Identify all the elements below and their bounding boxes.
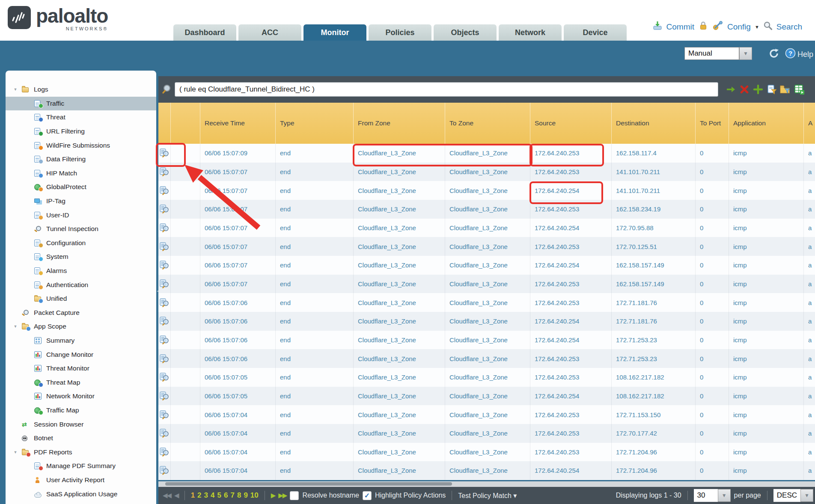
- clear-filter-icon[interactable]: [738, 83, 750, 95]
- page-number-4[interactable]: 4: [211, 491, 214, 500]
- help-label[interactable]: Help: [797, 50, 813, 59]
- sidebar-item-configuration[interactable]: ▼ Configuration: [6, 236, 156, 250]
- refresh-icon[interactable]: [768, 48, 779, 61]
- sidebar-item-user-id[interactable]: ▼ User-ID: [6, 208, 156, 222]
- page-number-5[interactable]: 5: [217, 491, 221, 500]
- sort-order-dropdown-button[interactable]: ▼: [800, 489, 813, 502]
- sidebar-item-traffic-map[interactable]: ▼ Traffic Map: [6, 403, 156, 418]
- sidebar-item-url-filtering[interactable]: ▼ URL Filtering: [6, 125, 156, 139]
- page-number-8[interactable]: 8: [237, 491, 241, 500]
- config-button[interactable]: Config: [727, 22, 751, 32]
- page-number-3[interactable]: 3: [204, 491, 208, 500]
- per-page-select[interactable]: 30 ▼: [694, 489, 731, 502]
- refresh-mode-select[interactable]: Manual ▼: [684, 47, 752, 60]
- log-detail-icon[interactable]: [160, 335, 170, 344]
- sidebar-item-traffic[interactable]: ▼ Traffic: [6, 97, 156, 111]
- save-filter-icon[interactable]: [766, 83, 777, 95]
- horizontal-scrollbar-thumb[interactable]: [165, 482, 452, 486]
- expand-triangle-icon[interactable]: ▼: [12, 87, 18, 92]
- sidebar-item-system[interactable]: ▼ System: [6, 250, 156, 264]
- column-header-source[interactable]: Source: [530, 103, 612, 144]
- export-icon[interactable]: [793, 83, 805, 95]
- column-header-type[interactable]: Type: [276, 103, 354, 144]
- sidebar-item-session-browser[interactable]: ▼ ⇄ Session Browser: [6, 417, 156, 431]
- sidebar-item-tunnel-inspection[interactable]: ▼ Tunnel Inspection: [6, 222, 156, 236]
- log-detail-icon[interactable]: [160, 279, 170, 288]
- config-caret-icon[interactable]: ▼: [755, 24, 759, 30]
- column-header-1[interactable]: [171, 103, 200, 144]
- sidebar-item-ip-tag[interactable]: ▼ IP-Tag: [6, 194, 156, 208]
- expand-triangle-icon[interactable]: ▼: [12, 450, 18, 454]
- apply-filter-icon[interactable]: [725, 83, 736, 95]
- lock-icon[interactable]: [698, 21, 708, 33]
- sidebar-item-app-scope[interactable]: ▼ App Scope: [6, 320, 156, 334]
- column-header-destination[interactable]: Destination: [612, 103, 696, 144]
- tab-acc[interactable]: ACC: [238, 24, 301, 41]
- commit-button[interactable]: Commit: [666, 22, 694, 32]
- log-detail-icon[interactable]: [160, 391, 170, 400]
- sidebar-item-summary[interactable]: ▼ Summary: [6, 334, 156, 348]
- sidebar-item-packet-capture[interactable]: ▼ Packet Capture: [6, 306, 156, 320]
- sidebar-item-saas-application-usage[interactable]: ▼ SaaS Application Usage: [6, 487, 156, 501]
- sidebar-item-alarms[interactable]: ▼ Alarms: [6, 264, 156, 278]
- sidebar-item-manage-pdf-summary[interactable]: ▼ Manage PDF Summary: [6, 459, 156, 473]
- log-detail-icon[interactable]: [160, 354, 170, 363]
- log-detail-icon[interactable]: [160, 298, 170, 307]
- sidebar-item-network-monitor[interactable]: ▼ Network Monitor: [6, 389, 156, 403]
- log-detail-icon[interactable]: [160, 429, 170, 438]
- column-header-receive-time[interactable]: Receive Time: [200, 103, 276, 144]
- help-icon[interactable]: ?: [785, 48, 796, 61]
- log-detail-icon[interactable]: [160, 448, 170, 457]
- sidebar-item-wildfire-submissions[interactable]: ▼ WildFire Submissions: [6, 138, 156, 152]
- log-detail-icon[interactable]: [160, 261, 170, 270]
- sidebar-item-threat-monitor[interactable]: ▼ Threat Monitor: [6, 362, 156, 376]
- column-header-from-zone[interactable]: From Zone: [354, 103, 445, 144]
- column-header-to-port[interactable]: To Port: [696, 103, 729, 144]
- sidebar-item-logs[interactable]: ▼ Logs: [6, 83, 156, 97]
- page-number-9[interactable]: 9: [244, 491, 247, 500]
- log-detail-icon[interactable]: [160, 148, 170, 157]
- log-detail-icon[interactable]: [160, 167, 170, 176]
- sidebar-item-threat-map[interactable]: ▼ Threat Map: [6, 375, 156, 389]
- search-button[interactable]: Search: [776, 22, 802, 32]
- page-number-1[interactable]: 1: [191, 491, 195, 500]
- expand-triangle-icon[interactable]: ▼: [12, 324, 18, 329]
- column-header-0[interactable]: [158, 103, 171, 144]
- sidebar-item-user-activity-report[interactable]: ▼ User Activity Report: [6, 473, 156, 487]
- refresh-mode-dropdown-button[interactable]: ▼: [739, 47, 752, 60]
- log-detail-icon[interactable]: [160, 223, 170, 232]
- sidebar-item-authentication[interactable]: ▼ Authentication: [6, 278, 156, 292]
- page-number-6[interactable]: 6: [224, 491, 228, 500]
- tab-network[interactable]: Network: [499, 24, 562, 41]
- sidebar-item-pdf-reports[interactable]: ▼ PDF Reports: [6, 445, 156, 459]
- log-detail-icon[interactable]: [160, 373, 170, 382]
- test-policy-match-button[interactable]: Test Policy Match ▾: [458, 492, 517, 500]
- column-header-application[interactable]: Application: [729, 103, 804, 144]
- sidebar-item-botnet[interactable]: ▼ Botnet: [6, 431, 156, 445]
- highlight-policy-actions-checkbox[interactable]: [363, 491, 372, 500]
- filter-query-input[interactable]: [175, 82, 718, 97]
- load-filter-icon[interactable]: [779, 83, 791, 95]
- horizontal-scrollbar[interactable]: [158, 481, 815, 487]
- sidebar-item-threat[interactable]: ▼ Threat: [6, 110, 156, 125]
- log-detail-icon[interactable]: [160, 205, 170, 213]
- tab-device[interactable]: Device: [564, 24, 627, 41]
- log-detail-icon[interactable]: [160, 186, 170, 195]
- last-page-button[interactable]: ▶▶: [278, 492, 286, 499]
- per-page-dropdown-button[interactable]: ▼: [718, 489, 731, 502]
- log-detail-icon[interactable]: [160, 410, 170, 419]
- tab-policies[interactable]: Policies: [369, 24, 431, 41]
- tab-dashboard[interactable]: Dashboard: [173, 24, 236, 41]
- log-detail-icon[interactable]: [160, 466, 170, 475]
- column-header-a[interactable]: A: [804, 103, 815, 144]
- first-page-button[interactable]: ◀◀: [163, 492, 171, 499]
- page-number-2[interactable]: 2: [197, 491, 201, 500]
- resolve-hostname-checkbox[interactable]: [290, 491, 299, 500]
- next-page-button[interactable]: ▶: [271, 492, 275, 499]
- prev-page-button[interactable]: ◀: [174, 492, 178, 499]
- sidebar-item-hip-match[interactable]: ▼ HIP Match: [6, 166, 156, 181]
- sidebar-item-globalprotect[interactable]: ▼ GlobalProtect: [6, 180, 156, 194]
- sidebar-item-change-monitor[interactable]: ▼ Change Monitor: [6, 347, 156, 362]
- log-detail-icon[interactable]: [160, 317, 170, 326]
- log-detail-icon[interactable]: [160, 242, 170, 251]
